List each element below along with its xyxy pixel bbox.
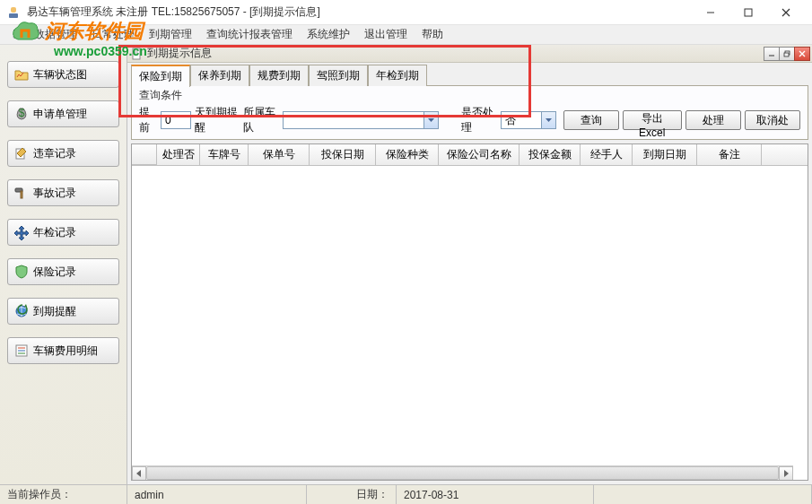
sidebar-item-applications[interactable]: $ 申请单管理 (7, 100, 119, 127)
menu-basic-data[interactable]: 基本数据管理 (5, 25, 84, 44)
tab-maintenance-due[interactable]: 保养到期 (190, 65, 249, 86)
grid-body[interactable] (132, 166, 808, 481)
sidebar-item-annual-inspection[interactable]: 年检记录 (7, 219, 119, 246)
svg-rect-16 (784, 53, 789, 56)
sidebar-item-label: 事故记录 (33, 186, 76, 201)
fleet-label: 所属车队 (243, 105, 279, 135)
folder-chart-icon (13, 66, 30, 83)
globe-refresh-icon (13, 303, 30, 319)
query-fieldset-label: 查询条件 (139, 88, 800, 103)
menu-reports[interactable]: 查询统计报表管理 (199, 25, 300, 44)
col-policy-no[interactable]: 保单号 (249, 144, 310, 165)
sidebar-item-violations[interactable]: 违章记录 (7, 140, 119, 167)
handled-select[interactable]: 否 (501, 111, 542, 129)
menu-exit[interactable]: 退出管理 (357, 25, 415, 44)
document-icon (131, 48, 144, 60)
tab-fees-due[interactable]: 规费到期 (249, 65, 309, 86)
titlebar: 易达车辆管理系统 未注册 TEL:15825675057 - [到期提示信息] (0, 0, 812, 25)
query-panel: 查询条件 提前 天到期提醒 所属车队 是否处理 否 查询 导出Excel (131, 86, 808, 140)
svg-text:$: $ (19, 107, 25, 119)
advance-label: 提前 (139, 105, 157, 135)
svg-rect-7 (21, 191, 22, 198)
menu-daily[interactable]: 日常处理 (84, 25, 142, 44)
sidebar-item-accidents[interactable]: 事故记录 (7, 179, 119, 206)
mdi-close-button[interactable] (794, 47, 810, 61)
svg-rect-13 (133, 48, 140, 59)
sidebar: 车辆状态图 $ 申请单管理 违章记录 事故记录 年检记录 保险记录 到期提醒 车 (0, 45, 127, 484)
svg-rect-0 (11, 7, 16, 13)
status-spacer (594, 485, 812, 504)
process-button[interactable]: 处理 (685, 110, 741, 130)
data-grid[interactable]: 处理否 车牌号 保单号 投保日期 保险种类 保险公司名称 投保金额 经手人 到期… (131, 143, 808, 481)
col-plate[interactable]: 车牌号 (200, 144, 249, 165)
mdi-title: 到期提示信息 (147, 46, 764, 61)
money-bag-icon: $ (13, 106, 30, 122)
close-button[interactable] (767, 0, 805, 25)
sidebar-item-label: 车辆费用明细 (33, 343, 98, 359)
cancel-process-button[interactable]: 取消处 (745, 110, 800, 130)
status-operator-label: 当前操作员： (0, 485, 127, 504)
scroll-right-arrow[interactable] (779, 466, 793, 481)
statusbar: 当前操作员： admin 日期： 2017-08-31 (0, 484, 812, 504)
tab-strip: 保险到期 保养到期 规费到期 驾照到期 年检到期 (127, 63, 812, 86)
search-button[interactable]: 查询 (563, 110, 619, 130)
menu-system[interactable]: 系统维护 (300, 25, 357, 44)
fleet-combo-dropdown[interactable] (424, 111, 439, 129)
sidebar-item-vehicle-status[interactable]: 车辆状态图 (7, 61, 119, 88)
handled-dropdown[interactable] (542, 111, 556, 129)
sidebar-item-label: 保险记录 (33, 265, 76, 280)
sidebar-item-label: 到期提醒 (33, 304, 76, 319)
sidebar-item-label: 车辆状态图 (33, 67, 87, 83)
col-handler[interactable]: 经手人 (581, 144, 633, 165)
app-icon (7, 5, 22, 20)
col-amount[interactable]: 投保金额 (520, 144, 581, 165)
tab-license-due[interactable]: 驾照到期 (309, 65, 368, 86)
sidebar-item-label: 违章记录 (33, 146, 76, 161)
mdi-subwindow-header: 到期提示信息 (127, 45, 812, 63)
note-pen-icon (13, 145, 30, 161)
horizontal-scrollbar[interactable] (132, 465, 793, 480)
hammer-icon (13, 185, 30, 201)
col-handled[interactable]: 处理否 (157, 144, 200, 165)
tab-inspection-due[interactable]: 年检到期 (368, 65, 427, 86)
grid-header: 处理否 车牌号 保单号 投保日期 保险种类 保险公司名称 投保金额 经手人 到期… (132, 144, 808, 166)
sidebar-item-label: 年检记录 (33, 225, 76, 240)
menubar: 基本数据管理 日常处理 到期管理 查询统计报表管理 系统维护 退出管理 帮助 (0, 25, 812, 45)
fleet-combo-input[interactable] (283, 111, 424, 129)
col-remark[interactable]: 备注 (697, 144, 762, 165)
col-insure-date[interactable]: 投保日期 (310, 144, 376, 165)
content-area: 到期提示信息 保险到期 保养到期 规费到期 驾照到期 年检到期 查询条件 提前 … (127, 45, 812, 484)
menu-due[interactable]: 到期管理 (142, 25, 199, 44)
status-date-label: 日期： (307, 485, 397, 504)
shield-icon (13, 264, 30, 280)
sidebar-item-due-reminder[interactable]: 到期提醒 (7, 298, 119, 325)
menu-help[interactable]: 帮助 (415, 25, 450, 44)
col-due-date[interactable]: 到期日期 (633, 144, 697, 165)
export-excel-button[interactable]: 导出Excel (623, 110, 682, 130)
sidebar-item-insurance[interactable]: 保险记录 (7, 258, 119, 285)
status-operator-value: admin (127, 485, 307, 504)
svg-rect-1 (9, 13, 18, 18)
window-title: 易达车辆管理系统 未注册 TEL:15825675057 - [到期提示信息] (27, 4, 692, 20)
sidebar-item-expense-detail[interactable]: 车辆费用明细 (7, 337, 119, 364)
grid-corner (132, 144, 157, 165)
status-date-value: 2017-08-31 (397, 485, 594, 504)
svg-rect-3 (745, 9, 752, 16)
scroll-thumb[interactable] (146, 466, 779, 480)
minimize-button[interactable] (692, 0, 729, 25)
tab-insurance-due[interactable]: 保险到期 (131, 65, 190, 87)
mdi-restore-button[interactable] (779, 47, 795, 61)
advance-suffix-label: 天到期提醒 (195, 105, 240, 135)
handled-label: 是否处理 (461, 105, 497, 135)
list-sheet-icon (13, 343, 30, 359)
mdi-minimize-button[interactable] (764, 47, 780, 61)
maximize-button[interactable] (729, 0, 767, 25)
col-company[interactable]: 保险公司名称 (439, 144, 520, 165)
sidebar-item-label: 申请单管理 (33, 107, 87, 122)
scroll-left-arrow[interactable] (132, 466, 146, 481)
col-insure-type[interactable]: 保险种类 (376, 144, 439, 165)
advance-days-input[interactable] (161, 111, 191, 129)
arrows-cross-icon (13, 224, 30, 240)
